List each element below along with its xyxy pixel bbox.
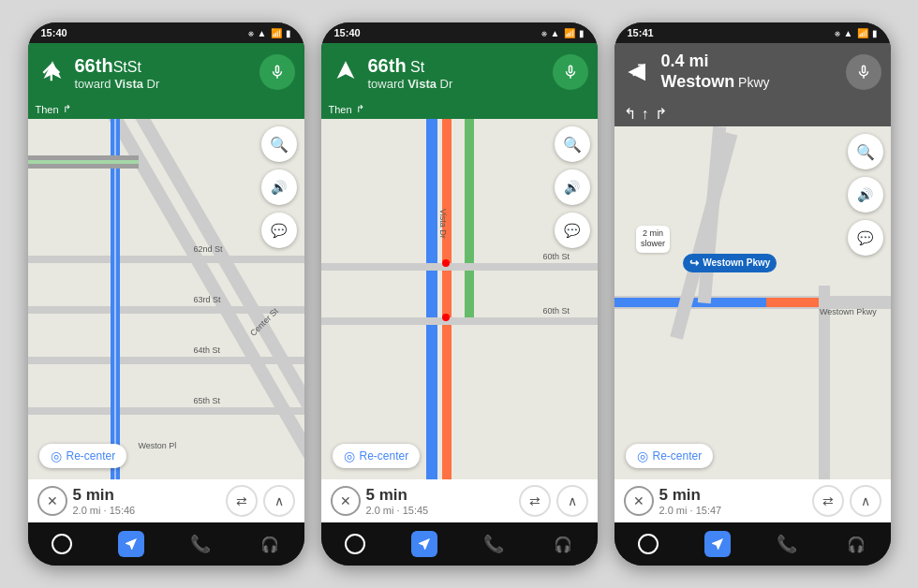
eta-detail-1: 2.0 mi · 15:46 (73, 505, 220, 516)
map-controls-3: 🔍 🔊 💬 (848, 134, 883, 256)
status-bar-1: 15:40 ⎈ ▲ 📶 ▮ (28, 22, 304, 43)
map-bg-2: 60th St 60th St Vista Dr 🔍 🔊 💬 ◎ Re-cent… (321, 119, 598, 479)
headphones-btn-2[interactable]: 🎧 (550, 531, 576, 557)
battery-icon-2: ▮ (579, 28, 585, 38)
eta-info-2: 5 min 2.0 mi · 15:45 (366, 486, 513, 516)
mic-button-3[interactable] (846, 54, 881, 90)
street-62nd: 62nd St (194, 244, 223, 254)
eta-detail-2: 2.0 mi · 15:45 (366, 505, 513, 516)
eta-detail-3: 2.0 mi · 15:47 (659, 505, 807, 516)
expand-btn-1[interactable]: ∧ (263, 485, 295, 517)
close-btn-1[interactable]: ✕ (37, 486, 67, 516)
system-nav-1: 📞 🎧 (28, 522, 304, 566)
eta-info-1: 5 min 2.0 mi · 15:46 (73, 486, 220, 516)
battery-icon-3: ▮ (872, 28, 878, 38)
chat-btn-2[interactable]: 💬 (555, 213, 590, 248)
circle-icon-3 (638, 534, 659, 554)
eta-info-3: 5 min 2.0 mi · 15:47 (659, 486, 807, 516)
search-btn-1[interactable]: 🔍 (261, 126, 297, 162)
bottom-nav-1: ✕ 5 min 2.0 mi · 15:46 ⇄ ∧ (28, 479, 304, 522)
headphones-btn-3[interactable]: 🎧 (843, 531, 869, 557)
status-time-1: 15:40 (41, 27, 67, 38)
direction-arrow-2 (331, 57, 361, 87)
wifi-icon-2: 📶 (564, 28, 575, 38)
slower-badge-3: 2 minslower (636, 226, 670, 253)
distance-text-3: 0.4 mi (661, 51, 846, 72)
chat-btn-3[interactable]: 💬 (848, 220, 883, 256)
street-65th: 65th St (194, 396, 221, 405)
circle-icon-1 (52, 534, 72, 554)
street-63rd: 63rd St (194, 295, 221, 304)
headphones-icon-3: 🎧 (847, 536, 866, 553)
map-bg-1: 62nd St 63rd St 64th St 65th St Center S… (28, 119, 304, 479)
status-bar-2: 15:40 ⎈ ▲ 📶 ▮ (321, 22, 598, 43)
status-bar-3: 15:41 ⎈ ▲ 📶 ▮ (614, 22, 891, 43)
home-btn-2[interactable] (342, 531, 368, 557)
search-btn-2[interactable]: 🔍 (555, 126, 590, 162)
nav-app-icon-3 (704, 531, 731, 557)
recenter-btn-3[interactable]: ◎ Re-center (626, 444, 714, 468)
routes-btn-1[interactable]: ⇄ (226, 485, 258, 517)
then-strip-2: Then ↱ (321, 101, 598, 119)
nav-app-btn-3[interactable] (704, 531, 731, 557)
nav-app-btn-1[interactable] (118, 531, 144, 557)
headphones-icon-1: 🎧 (260, 536, 279, 553)
home-btn-3[interactable] (635, 531, 661, 557)
headphones-btn-1[interactable]: 🎧 (257, 531, 283, 557)
svg-marker-1 (336, 61, 354, 79)
recenter-icon-1: ◎ (51, 448, 62, 463)
expand-btn-2[interactable]: ∧ (556, 485, 588, 517)
close-btn-2[interactable]: ✕ (331, 486, 361, 516)
street-60th-b: 60th St (542, 306, 570, 316)
map-bg-3: ↪ Westown Pkwy 2 minslower Westown Pkwy … (614, 126, 891, 479)
nav-header-2: 66th St toward Vista Dr (321, 43, 598, 101)
direction-arrow-3: ↗ (624, 57, 654, 87)
street-toward-2: toward Vista Dr (368, 77, 553, 91)
home-btn-1[interactable] (49, 531, 75, 557)
volume-btn-1[interactable]: 🔊 (261, 169, 297, 205)
expand-btn-3[interactable]: ∧ (850, 485, 881, 517)
bluetooth-icon-2: ⎈ (541, 28, 547, 38)
routes-btn-3[interactable]: ⇄ (812, 485, 844, 517)
signal-icon-2: ▲ (551, 28, 560, 38)
bluetooth-icon-1: ⎈ (248, 28, 254, 38)
map-area-1[interactable]: 62nd St 63rd St 64th St 65th St Center S… (28, 119, 304, 479)
map-area-2[interactable]: 60th St 60th St Vista Dr 🔍 🔊 💬 ◎ Re-cent… (321, 119, 598, 479)
phone-btn-3[interactable]: 📞 (774, 531, 800, 557)
circle-icon-2 (345, 534, 365, 554)
system-nav-3: 📞 🎧 (614, 522, 891, 566)
phone-btn-2[interactable]: 📞 (481, 531, 507, 557)
recenter-btn-2[interactable]: ◎ Re-center (333, 444, 421, 468)
nav-app-btn-2[interactable] (411, 531, 437, 557)
search-btn-3[interactable]: 🔍 (848, 134, 883, 169)
recenter-btn-1[interactable]: ◎ Re-center (39, 444, 127, 468)
phone-3: 15:41 ⎈ ▲ 📶 ▮ ↗ 0.4 mi Westown Pkwy (614, 22, 891, 566)
turn-icons-3: ↰ ↑ ↱ (624, 105, 667, 123)
phone-1: 15:40 ⎈ ▲ 📶 ▮ 66thStSt toward Vista Dr (28, 22, 304, 566)
recenter-icon-2: ◎ (344, 448, 355, 463)
signal-icon-1: ▲ (258, 28, 267, 38)
mic-button-1[interactable] (259, 54, 295, 90)
routes-btn-2[interactable]: ⇄ (519, 485, 551, 517)
then-label-2: Then (329, 104, 352, 115)
eta-time-3: 5 min (659, 486, 807, 505)
map-controls-2: 🔍 🔊 💬 (555, 126, 590, 248)
phone-btn-1[interactable]: 📞 (187, 531, 214, 557)
sub-nav-strip-3: ↰ ↑ ↱ (614, 101, 891, 126)
svg-text:↗: ↗ (629, 59, 646, 81)
volume-btn-3[interactable]: 🔊 (848, 177, 883, 213)
phone-icon-1: 📞 (190, 534, 211, 554)
nav-text-2: 66th St toward Vista Dr (368, 54, 553, 91)
mic-button-2[interactable] (553, 54, 588, 90)
chat-btn-1[interactable]: 💬 (261, 213, 297, 248)
nav-app-icon-1 (118, 531, 144, 557)
phone-icon-3: 📞 (777, 534, 797, 554)
eta-time-2: 5 min (366, 486, 513, 505)
close-btn-3[interactable]: ✕ (624, 486, 654, 516)
street-toward-1: toward Vista Dr (75, 77, 259, 91)
then-strip-1: Then ↱ (28, 101, 304, 119)
volume-btn-2[interactable]: 🔊 (555, 169, 590, 205)
map-area-3[interactable]: ↪ Westown Pkwy 2 minslower Westown Pkwy … (614, 126, 891, 479)
westown-pkwy-label: Westown Pkwy (820, 307, 877, 316)
recenter-icon-3: ◎ (637, 448, 648, 463)
